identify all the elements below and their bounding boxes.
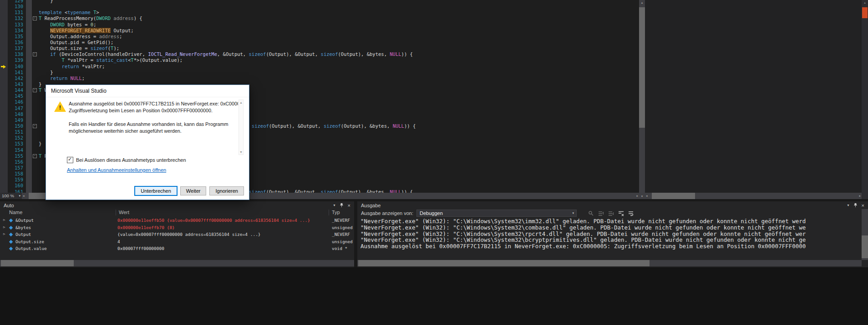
column-header-name[interactable]: Name <box>9 210 22 215</box>
glyph-margin[interactable] <box>0 171 8 177</box>
column-divider[interactable] <box>116 210 116 215</box>
open-exception-settings-link[interactable]: Anhalten und Ausnahmeeinstellungen öffne… <box>67 167 166 173</box>
variable-value[interactable]: 0x00007fff00000000 <box>117 245 329 252</box>
find-message-icon[interactable] <box>587 210 594 217</box>
watch-row[interactable]: ▷Output{value=0x00007fff00000000 address… <box>0 231 354 238</box>
output-source-dropdown[interactable]: Debuggen ▾ <box>416 210 577 217</box>
glyph-margin[interactable] <box>0 153 8 159</box>
expand-icon[interactable]: ▷ <box>3 231 5 238</box>
right-pane-horizontal-scrollbar[interactable]: ◂ ▸ <box>645 193 862 199</box>
code-text[interactable]: } <box>39 0 639 4</box>
code-text[interactable]: if (DeviceIoControl(handleDriver, IOCTL_… <box>39 51 639 57</box>
column-header-value[interactable]: Wert <box>119 210 129 215</box>
glyph-margin[interactable] <box>0 189 8 193</box>
scroll-down-icon[interactable]: ▾ <box>639 195 645 198</box>
output-horizontal-scrollbar[interactable] <box>357 260 862 266</box>
glyph-margin[interactable] <box>0 177 8 183</box>
glyph-margin[interactable] <box>0 129 8 135</box>
glyph-margin[interactable] <box>0 57 8 63</box>
code-text[interactable]: Output.size = sizeof(T); <box>39 45 639 51</box>
column-divider[interactable] <box>329 210 329 215</box>
watch-row[interactable]: ▷&Output0x000000e11eeffb50 {value=0x0000… <box>0 217 354 224</box>
window-position-icon[interactable]: ▾ <box>848 203 849 207</box>
word-wrap-icon[interactable] <box>627 210 635 217</box>
next-message-icon[interactable] <box>607 210 614 217</box>
scroll-right-icon[interactable]: ▸ <box>636 193 638 199</box>
glyph-margin[interactable] <box>0 28 8 34</box>
column-header-type[interactable]: Typ <box>332 210 340 215</box>
glyph-margin[interactable] <box>0 4 8 10</box>
code-text[interactable]: Output.pid = GetPid(); <box>39 40 639 45</box>
output-window-titlebar[interactable]: Ausgabe ▾ × <box>357 201 868 209</box>
glyph-margin[interactable] <box>0 10 8 15</box>
output-vertical-scrollbar[interactable] <box>862 209 868 260</box>
previous-message-icon[interactable] <box>597 210 604 217</box>
code-text[interactable]: DWORD bytes = 0; <box>39 22 639 28</box>
glyph-margin[interactable] <box>0 45 8 51</box>
auto-hscroll-thumb[interactable] <box>1 260 74 266</box>
glyph-margin[interactable] <box>0 111 8 117</box>
pin-icon[interactable] <box>340 203 344 208</box>
glyph-margin[interactable] <box>0 105 8 111</box>
code-text[interactable]: NEVERFORGET_READWRITE Output; <box>39 28 639 34</box>
glyph-margin[interactable] <box>0 15 8 21</box>
ignore-button[interactable]: Ignorieren <box>209 186 244 195</box>
glyph-margin[interactable] <box>0 147 8 153</box>
glyph-margin[interactable] <box>0 99 8 105</box>
fold-toggle-icon[interactable]: - <box>33 154 37 158</box>
glyph-margin[interactable] <box>0 51 8 57</box>
zoom-control[interactable]: 100 % ▾ <box>0 193 22 199</box>
output-log[interactable]: "NeverForget.exe" (Win32): "C:\Windows\S… <box>360 218 861 259</box>
glyph-margin[interactable] <box>0 87 8 93</box>
continue-button[interactable]: Weiter <box>180 186 207 195</box>
close-icon[interactable]: × <box>862 203 864 208</box>
output-hscroll-thumb[interactable] <box>358 260 650 266</box>
glyph-margin[interactable] <box>0 40 8 45</box>
fold-toggle-icon[interactable]: - <box>33 52 37 56</box>
watch-row[interactable]: Output.value0x00007fff00000000void * <box>0 245 354 252</box>
scroll-right-icon[interactable]: ▸ <box>859 193 861 199</box>
watch-row[interactable]: Output.size4unsigned <box>0 238 354 245</box>
glyph-margin[interactable] <box>0 123 8 129</box>
scroll-left-icon[interactable]: ◂ <box>646 193 648 199</box>
variable-value[interactable]: {value=0x00007fff00000000 address=618356… <box>117 231 329 238</box>
fold-toggle-icon[interactable]: - <box>33 88 37 92</box>
expand-icon[interactable]: ▷ <box>3 224 5 231</box>
right-pane-vertical-scrollbar[interactable]: ▴ <box>862 0 868 199</box>
code-text[interactable]: return *valPtr; <box>39 64 639 70</box>
glyph-margin[interactable] <box>0 0 8 4</box>
scroll-left-icon[interactable]: ◂ <box>23 193 25 199</box>
glyph-margin[interactable] <box>0 141 8 147</box>
pin-icon[interactable] <box>853 203 858 208</box>
glyph-margin[interactable] <box>0 81 8 87</box>
fold-toggle-icon[interactable]: - <box>33 124 37 128</box>
glyph-margin[interactable] <box>0 70 8 75</box>
code-text[interactable]: } <box>39 70 639 75</box>
glyph-margin[interactable] <box>0 183 8 189</box>
code-text[interactable]: return NULL; <box>39 75 639 81</box>
glyph-margin[interactable] <box>0 34 8 40</box>
variable-value[interactable]: 0x000000e11eeffb70 {8} <box>117 224 329 231</box>
editor-vscroll-thumb[interactable] <box>639 7 645 128</box>
code-text[interactable]: T *valPtr = static_cast<T*>(Output.value… <box>39 57 639 63</box>
right-hscroll-thumb[interactable] <box>652 193 695 199</box>
glyph-margin[interactable] <box>0 165 8 171</box>
code-text[interactable]: T ReadProcessMemory(DWORD address) { <box>39 15 639 21</box>
scroll-up-icon[interactable]: ▴ <box>862 1 868 5</box>
output-vscroll-thumb[interactable] <box>862 235 868 258</box>
code-text[interactable] <box>39 4 639 10</box>
glyph-margin[interactable] <box>0 135 8 141</box>
window-position-icon[interactable]: ▾ <box>334 203 335 207</box>
glyph-margin[interactable] <box>0 75 8 81</box>
break-button[interactable]: Unterbrechen <box>135 186 177 195</box>
glyph-margin[interactable] <box>0 159 8 165</box>
variable-value[interactable]: 0x000000e11eeffb50 {value=0x00007fff0000… <box>117 217 329 224</box>
scroll-up-icon[interactable]: ▴ <box>639 1 645 5</box>
glyph-margin[interactable] <box>0 93 8 99</box>
break-on-exception-checkbox[interactable]: ✓ Bei Auslösen dieses Ausnahmetyps unter… <box>67 157 186 163</box>
glyph-margin[interactable] <box>0 64 8 70</box>
auto-window-titlebar[interactable]: Auto ▾ × <box>0 201 354 209</box>
editor-vertical-scrollbar[interactable]: ▴ ▾ <box>639 0 645 199</box>
scroll-down-icon[interactable]: ▼ <box>239 150 243 154</box>
fold-toggle-icon[interactable]: - <box>33 16 37 20</box>
